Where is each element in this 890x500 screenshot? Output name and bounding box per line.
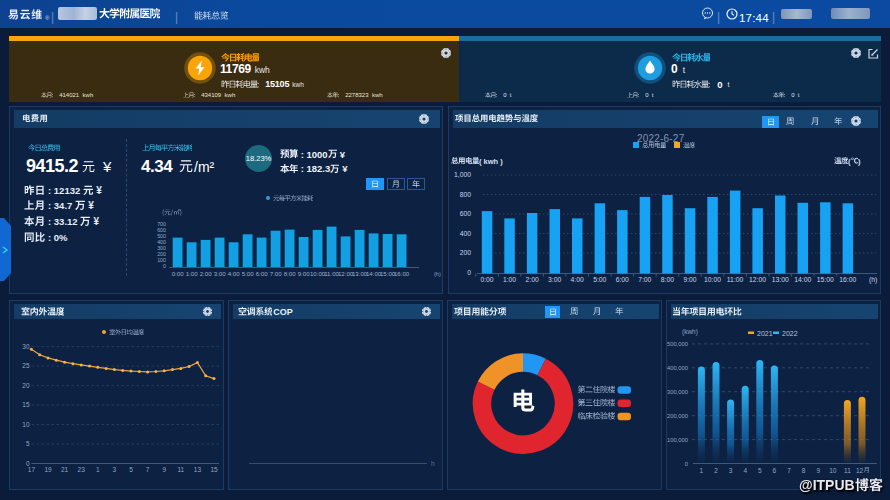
svg-text:0:00: 0:00 (172, 270, 184, 277)
svg-text:0:00: 0:00 (480, 276, 493, 283)
svg-text:16:00: 16:00 (839, 276, 856, 283)
svg-text:(h): (h) (869, 276, 877, 284)
svg-text:200: 200 (460, 249, 472, 256)
svg-text:13:00: 13:00 (772, 276, 789, 283)
svg-text:1,000: 1,000 (454, 171, 471, 178)
svg-text:3:00: 3:00 (548, 276, 561, 283)
svg-text:3: 3 (113, 466, 117, 473)
svg-text:100,000: 100,000 (667, 437, 688, 443)
svg-text:6:00: 6:00 (256, 270, 268, 277)
svg-text:400: 400 (157, 239, 166, 245)
svg-text:700: 700 (157, 221, 166, 227)
svg-text:9:00: 9:00 (298, 270, 310, 277)
svg-text:23: 23 (78, 466, 86, 473)
svg-text:800: 800 (460, 191, 472, 198)
svg-text:10: 10 (22, 421, 30, 428)
svg-text:4:00: 4:00 (228, 270, 240, 277)
svg-text:14:00: 14:00 (794, 276, 811, 283)
svg-text:300: 300 (157, 245, 166, 251)
svg-text:11: 11 (177, 466, 184, 473)
svg-text:600: 600 (460, 210, 472, 217)
svg-text:200: 200 (157, 251, 166, 257)
svg-text:0: 0 (685, 461, 688, 467)
svg-text:12:00: 12:00 (749, 276, 766, 283)
svg-text:7: 7 (787, 467, 791, 474)
svg-text:5: 5 (129, 466, 133, 473)
svg-text:15: 15 (22, 401, 30, 408)
svg-text:1: 1 (700, 467, 704, 474)
svg-text:25: 25 (22, 362, 30, 369)
svg-text:10: 10 (829, 467, 837, 474)
svg-text:8:00: 8:00 (284, 270, 296, 277)
svg-text:20: 20 (22, 382, 30, 389)
svg-text:6:00: 6:00 (616, 276, 629, 283)
svg-text:400,000: 400,000 (667, 365, 688, 371)
svg-text:(kwh): (kwh) (682, 328, 698, 336)
svg-text:3: 3 (729, 467, 733, 474)
svg-text:2022: 2022 (782, 330, 798, 337)
svg-text:5: 5 (26, 440, 30, 447)
svg-text:400: 400 (460, 230, 472, 237)
svg-text:5: 5 (758, 467, 762, 474)
svg-text:(h): (h) (434, 271, 441, 277)
svg-text:500,000: 500,000 (667, 341, 688, 347)
svg-text:21: 21 (61, 466, 69, 473)
svg-text:15:00: 15:00 (817, 276, 834, 283)
svg-text:16:00: 16:00 (394, 270, 410, 277)
svg-text:0: 0 (163, 263, 166, 269)
svg-text:4: 4 (743, 467, 747, 474)
svg-text:15: 15 (210, 466, 218, 473)
svg-text:100: 100 (157, 257, 166, 263)
svg-text:2:00: 2:00 (200, 270, 212, 277)
svg-text:7:00: 7:00 (638, 276, 651, 283)
svg-text:200,000: 200,000 (667, 413, 688, 419)
svg-text:5:00: 5:00 (242, 270, 254, 277)
svg-text:6: 6 (773, 467, 777, 474)
svg-text:7: 7 (146, 466, 150, 473)
svg-text:8: 8 (802, 467, 806, 474)
svg-text:0: 0 (467, 269, 471, 276)
svg-text:19: 19 (44, 466, 52, 473)
svg-text:5:00: 5:00 (593, 276, 606, 283)
svg-text:1:00: 1:00 (503, 276, 516, 283)
svg-text:18.23%: 18.23% (246, 154, 272, 163)
svg-text:1:00: 1:00 (186, 270, 198, 277)
svg-text:2021: 2021 (757, 330, 773, 337)
svg-text:h: h (431, 460, 435, 467)
svg-text:600: 600 (157, 227, 166, 233)
svg-text:2:00: 2:00 (525, 276, 538, 283)
svg-text:8:00: 8:00 (661, 276, 674, 283)
svg-text:2: 2 (714, 467, 718, 474)
svg-text:9:00: 9:00 (683, 276, 696, 283)
svg-text:11:00: 11:00 (727, 276, 744, 283)
svg-text:13: 13 (194, 466, 202, 473)
svg-text:4:00: 4:00 (571, 276, 584, 283)
svg-text:500: 500 (157, 233, 166, 239)
svg-text:300,000: 300,000 (667, 389, 688, 395)
svg-text:11: 11 (844, 467, 851, 474)
svg-text:17: 17 (28, 466, 36, 473)
svg-text:9: 9 (816, 467, 820, 474)
svg-text:9: 9 (162, 466, 166, 473)
svg-text:1: 1 (96, 466, 100, 473)
svg-text:30: 30 (22, 343, 30, 350)
svg-text:10:00: 10:00 (704, 276, 721, 283)
svg-text:7:00: 7:00 (270, 270, 282, 277)
svg-text:3:00: 3:00 (214, 270, 226, 277)
svg-text:12: 12 (856, 467, 864, 474)
